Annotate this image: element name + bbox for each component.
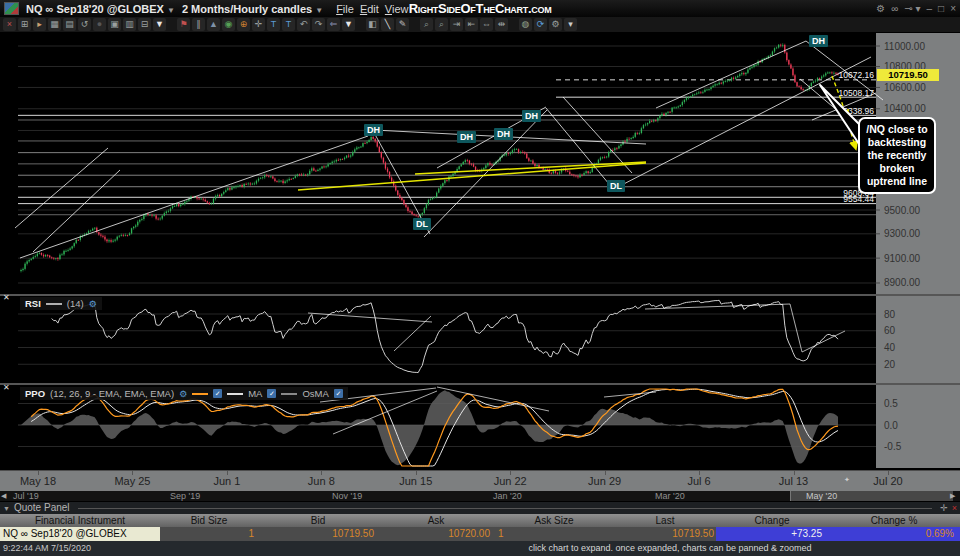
pencil-icon[interactable]: ✎ <box>396 18 409 31</box>
compress-h-icon[interactable]: ⇹ <box>495 18 508 31</box>
menu-edit[interactable]: Edit <box>360 3 379 15</box>
zoom-in-icon[interactable]: ⌕ <box>420 18 433 31</box>
osma-label: OsMA <box>302 388 328 399</box>
collapse-quote-icon[interactable]: ▼ <box>3 505 10 512</box>
maximize-icon[interactable]: □ <box>938 3 944 14</box>
close-chart-icon[interactable]: × <box>3 18 16 31</box>
date-label: Jun 15 <box>399 475 432 487</box>
column-header-change[interactable]: Change <box>716 514 828 527</box>
drawing-toolbar: ×⊞▸▦▤↺●▣▥⊟▼⚑∥▲◉⊕✛TT↶↷⇐▼◧╲✎⌕⌕⇥⇤⇔⇹◍⟳⚙▾ <box>0 17 960 33</box>
rsi-settings-icon[interactable]: ⚙ <box>89 299 97 309</box>
symbol-selector[interactable]: NQ ∞ Sep18'20 @GLOBEX ▼ <box>26 3 175 15</box>
rsi-title: RSI <box>25 298 41 309</box>
expand-h-icon[interactable]: ⇔ <box>480 18 493 31</box>
trading-app-window: NQ ∞ Sep18'20 @GLOBEX ▼ 2 Months/Hourly … <box>0 0 960 556</box>
back-icon[interactable]: ⇐ <box>327 18 340 31</box>
date-label: Jun 1 <box>213 475 240 487</box>
chart-type-icon[interactable]: ∥ <box>192 18 205 31</box>
idea-icon[interactable]: ◍ <box>519 18 532 31</box>
ppo-checkbox[interactable]: ✓ <box>213 389 222 398</box>
watchlist-icon[interactable]: ▦ <box>48 18 61 31</box>
date-axis[interactable]: May 18May 25Jun 1Jun 8Jun 15Jun 22Jun 29… <box>0 470 960 491</box>
indicator-icon[interactable]: ◉ <box>222 18 235 31</box>
osma-checkbox[interactable]: ✓ <box>334 389 343 398</box>
close-rsi-icon[interactable]: ✕ <box>3 294 10 302</box>
panel-splitter[interactable] <box>0 383 960 385</box>
scrollbar-date-label: Sep '19 <box>170 491 200 501</box>
scroll-right-arrow[interactable]: ▶ <box>950 491 955 501</box>
more-dropdown-icon[interactable]: ▾ <box>564 18 577 31</box>
scroll-left-arrow[interactable]: ◀ <box>1 491 6 501</box>
scrollbar-date-label: Jul '19 <box>13 491 39 501</box>
pin-icon[interactable]: ⊸ ▾ <box>904 3 920 14</box>
close-icon[interactable]: × <box>950 3 956 14</box>
zoom-out-icon[interactable]: ⌕ <box>435 18 448 31</box>
ma-label: MA <box>248 388 262 399</box>
crosshair-icon[interactable]: ⊕ <box>237 18 250 31</box>
quote-column-headers: Financial InstrumentBid SizeBidAskAsk Si… <box>0 514 960 527</box>
text-note-icon[interactable]: T <box>267 18 280 31</box>
print-icon[interactable]: ▤ <box>63 18 76 31</box>
measure-icon[interactable]: ✛ <box>252 18 265 31</box>
tile-icon[interactable]: ⊟ <box>138 18 151 31</box>
menu-view[interactable]: View <box>385 3 409 15</box>
gear-icon[interactable]: ⚙ <box>876 3 885 14</box>
draw-dropdown-icon[interactable]: ▼ <box>342 18 355 31</box>
minimize-icon[interactable]: – <box>927 3 933 14</box>
swing-label-dh: DH <box>494 128 513 140</box>
close-quote-icon[interactable]: × <box>952 502 957 514</box>
osma-line-sample <box>281 393 297 395</box>
quote-row[interactable]: NQ ∞ Sep18'20 @GLOBEX 1 10719.50 10720.0… <box>0 527 960 541</box>
candles-up <box>20 43 834 272</box>
column-header-last[interactable]: Last <box>614 514 716 527</box>
title-bar: NQ ∞ Sep18'20 @GLOBEX ▼ 2 Months/Hourly … <box>0 0 960 17</box>
app-icon <box>4 2 19 15</box>
move-panel-icon[interactable]: ✛ <box>940 502 948 514</box>
rsi-header: RSI (14) ⚙ <box>20 297 102 310</box>
site-logo: RightSideOfTheChart.com <box>409 1 552 16</box>
reload-icon[interactable]: ⟳ <box>534 18 547 31</box>
svg-text:10508.17: 10508.17 <box>839 88 875 98</box>
close-ppo-icon[interactable]: ✕ <box>3 384 10 392</box>
redo-icon[interactable]: ↷ <box>312 18 325 31</box>
link-icon[interactable]: ∞ <box>891 3 898 14</box>
undo-icon[interactable]: ↶ <box>297 18 310 31</box>
chevron-down-icon: ▼ <box>167 6 175 15</box>
instrument-cell[interactable]: NQ ∞ Sep18'20 @GLOBEX <box>0 527 160 541</box>
pan-left-icon[interactable]: ⇤ <box>465 18 478 31</box>
compare-icon[interactable]: ◧ <box>366 18 379 31</box>
panel-splitter[interactable] <box>0 294 960 296</box>
change-pct-value: 0.69% <box>828 527 954 541</box>
price-axis-gutter[interactable] <box>876 33 960 468</box>
ma-checkbox[interactable]: ✓ <box>267 389 276 398</box>
time-scrollbar[interactable]: Jul '19Sep '19Nov '19Jan '20Mar '20May '… <box>0 491 960 501</box>
column-header-bid[interactable]: Bid <box>258 514 378 527</box>
column-header-change-[interactable]: Change % <box>828 514 960 527</box>
settings-wrench-icon[interactable]: ⚙ <box>549 18 562 31</box>
column-header-ask[interactable]: Ask <box>378 514 494 527</box>
refresh-layout-icon[interactable]: ↺ <box>78 18 91 31</box>
timeframe-selector[interactable]: 2 Months/Hourly candles ▼ <box>182 3 323 15</box>
menu-file[interactable]: File <box>336 3 354 15</box>
cursor-icon[interactable]: ▸ <box>33 18 46 31</box>
clock: 9:22:44 AM 7/15/2020 <box>3 543 91 553</box>
status-bar: 9:22:44 AM 7/15/2020 click chart to expa… <box>0 541 960 556</box>
column-header-ask-size[interactable]: Ask Size <box>494 514 614 527</box>
session-break-marker: ✦ <box>844 476 850 484</box>
text-label-icon[interactable]: T <box>282 18 295 31</box>
panel-icon[interactable]: ▥ <box>123 18 136 31</box>
pan-right-icon[interactable]: ⇥ <box>450 18 463 31</box>
trendline-icon[interactable]: ╲ <box>381 18 394 31</box>
ppo-settings-icon[interactable]: ⚙ <box>179 389 187 399</box>
dropdown-icon[interactable]: ▼ <box>153 18 166 31</box>
column-header-bid-size[interactable]: Bid Size <box>160 514 258 527</box>
column-header-financial-instrument[interactable]: Financial Instrument <box>0 514 160 527</box>
record-icon[interactable]: ● <box>93 18 106 31</box>
area-chart-icon[interactable]: ▲ <box>207 18 220 31</box>
rsi-line-sample <box>46 303 62 305</box>
date-label: Jul 20 <box>873 475 902 487</box>
snapshot-icon[interactable]: ▣ <box>108 18 121 31</box>
grid-layout-icon[interactable]: ⊞ <box>18 18 31 31</box>
date-label: May 25 <box>114 475 150 487</box>
flag-icon[interactable]: ⚑ <box>177 18 190 31</box>
